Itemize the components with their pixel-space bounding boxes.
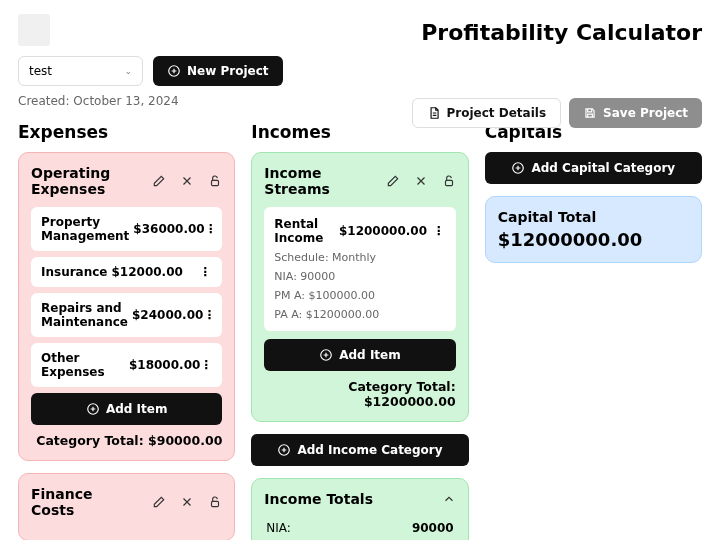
unlock-icon[interactable] bbox=[442, 174, 456, 188]
more-icon[interactable]: ⋮ bbox=[203, 308, 215, 322]
edit-icon[interactable] bbox=[152, 495, 166, 509]
project-details-button[interactable]: Project Details bbox=[412, 98, 562, 128]
add-capital-category-button[interactable]: Add Capital Category bbox=[485, 152, 702, 184]
capital-total-card: Capital Total $12000000.00 bbox=[485, 196, 702, 263]
add-item-button[interactable]: Add Item bbox=[31, 393, 222, 425]
add-item-button[interactable]: Add Item bbox=[264, 339, 455, 371]
new-project-button[interactable]: New Project bbox=[153, 56, 283, 86]
plus-circle-icon bbox=[511, 161, 525, 175]
chevron-down-icon: ⌄ bbox=[124, 66, 132, 76]
plus-circle-icon bbox=[86, 402, 100, 416]
expense-row: Repairs and Maintenance$24000.00⋮ bbox=[31, 293, 222, 337]
project-details-label: Project Details bbox=[447, 106, 547, 120]
logo-placeholder bbox=[18, 14, 50, 46]
expense-row: Insurance$12000.00⋮ bbox=[31, 257, 222, 287]
category-title: Operating Expenses bbox=[31, 165, 131, 197]
more-icon[interactable]: ⋮ bbox=[205, 222, 217, 236]
capital-total-title: Capital Total bbox=[498, 209, 689, 225]
save-icon bbox=[583, 106, 597, 120]
save-project-label: Save Project bbox=[603, 106, 688, 120]
save-project-button[interactable]: Save Project bbox=[569, 98, 702, 128]
more-icon[interactable]: ⋮ bbox=[432, 224, 446, 238]
unlock-icon[interactable] bbox=[208, 495, 222, 509]
close-icon[interactable] bbox=[180, 495, 194, 509]
income-item: Rental Income$1200000.00⋮ Schedule: Mont… bbox=[264, 207, 455, 331]
close-icon[interactable] bbox=[414, 174, 428, 188]
edit-icon[interactable] bbox=[152, 174, 166, 188]
expense-category-card: Finance Costs bbox=[18, 473, 235, 540]
category-title: Income Streams bbox=[264, 165, 364, 197]
income-totals-title: Income Totals bbox=[264, 491, 373, 507]
plus-circle-icon bbox=[319, 348, 333, 362]
income-category-card: Income Streams Rental Income$1200000.00⋮… bbox=[251, 152, 468, 422]
more-icon[interactable]: ⋮ bbox=[198, 265, 212, 279]
expense-row: Other Expenses$18000.00⋮ bbox=[31, 343, 222, 387]
plus-circle-icon bbox=[277, 443, 291, 457]
expense-row: Property Management$36000.00⋮ bbox=[31, 207, 222, 251]
svg-rect-1 bbox=[212, 180, 219, 185]
unlock-icon[interactable] bbox=[208, 174, 222, 188]
expense-category-card: Operating Expenses Property Management$3… bbox=[18, 152, 235, 461]
category-total: Category Total: $1200000.00 bbox=[264, 379, 455, 409]
add-income-category-button[interactable]: Add Income Category bbox=[251, 434, 468, 466]
project-select[interactable]: test ⌄ bbox=[18, 56, 143, 86]
category-title: Finance Costs bbox=[31, 486, 131, 518]
svg-rect-3 bbox=[212, 501, 219, 506]
expenses-heading: Expenses bbox=[18, 122, 235, 142]
category-total: Category Total: $90000.00 bbox=[31, 433, 222, 448]
edit-icon[interactable] bbox=[386, 174, 400, 188]
more-icon[interactable]: ⋮ bbox=[200, 358, 212, 372]
page-title: Profitability Calculator bbox=[421, 20, 702, 45]
project-select-value: test bbox=[29, 64, 52, 78]
chevron-up-icon[interactable] bbox=[442, 492, 456, 506]
income-totals-card: Income Totals NIA:90000 P1:$1200000.00 bbox=[251, 478, 468, 540]
svg-rect-4 bbox=[445, 180, 452, 185]
plus-circle-icon bbox=[167, 64, 181, 78]
capital-total-value: $12000000.00 bbox=[498, 229, 689, 250]
new-project-label: New Project bbox=[187, 64, 269, 78]
close-icon[interactable] bbox=[180, 174, 194, 188]
document-icon bbox=[427, 106, 441, 120]
